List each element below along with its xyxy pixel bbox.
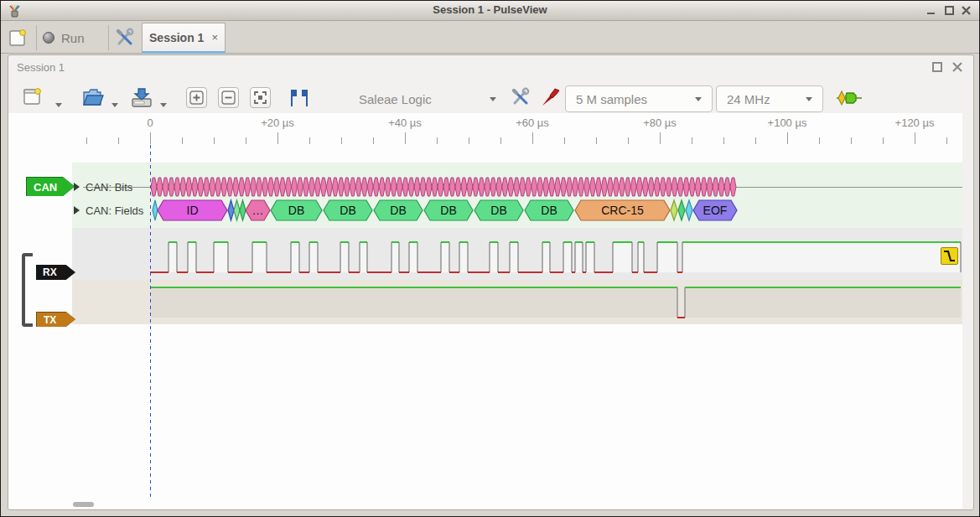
save-dropdown-arrow[interactable] <box>160 96 167 111</box>
dock-title: Session 1 <box>17 61 65 74</box>
maximize-button[interactable] <box>941 3 957 18</box>
sample-count-select[interactable]: 5 M samples <box>565 85 713 112</box>
run-label: Run <box>61 31 85 45</box>
main-toolbar: Run Session 1 × <box>1 22 979 54</box>
new-session-button[interactable] <box>8 27 31 49</box>
tab-close-icon[interactable]: × <box>211 31 218 44</box>
dock-close-icon[interactable] <box>950 59 965 75</box>
configure-device-icon[interactable] <box>509 85 532 111</box>
new-view-button[interactable] <box>22 85 44 111</box>
tab-session-1[interactable]: Session 1 × <box>142 23 226 54</box>
sample-count-value: 5 M samples <box>576 92 647 106</box>
save-button[interactable] <box>129 85 154 111</box>
zoom-in-button[interactable] <box>186 87 207 108</box>
dock-float-button[interactable] <box>930 59 945 75</box>
show-cursors-button[interactable] <box>287 87 312 112</box>
titlebar[interactable]: Session 1 - PulseView <box>1 1 979 21</box>
device-select[interactable]: Saleae Logic <box>354 85 501 112</box>
open-dropdown-arrow[interactable] <box>111 96 118 111</box>
toolbar-separator <box>108 25 109 50</box>
open-file-button[interactable] <box>80 85 104 111</box>
pulseview-window: Session 1 - PulseView Run <box>0 0 980 517</box>
window-title: Session 1 - PulseView <box>1 3 979 16</box>
run-button[interactable]: Run <box>43 27 103 49</box>
tab-label: Session 1 <box>149 31 204 44</box>
sample-rate-value: 24 MHz <box>727 92 770 106</box>
device-label: Saleae Logic <box>359 92 432 106</box>
add-decoder-icon[interactable] <box>836 89 863 114</box>
sample-rate-select[interactable]: 24 MHz <box>716 85 823 112</box>
run-led-icon <box>43 32 54 44</box>
new-view-dropdown-arrow[interactable] <box>55 96 62 111</box>
session-dock: Session 1 <box>8 54 974 510</box>
toolbar-separator <box>36 25 37 50</box>
close-button[interactable] <box>958 3 974 18</box>
minimize-button[interactable] <box>923 3 939 18</box>
settings-icon[interactable] <box>113 26 137 49</box>
zoom-fit-button[interactable] <box>250 87 271 108</box>
zoom-out-button[interactable] <box>218 87 239 108</box>
channels-probe-icon[interactable] <box>539 85 563 111</box>
